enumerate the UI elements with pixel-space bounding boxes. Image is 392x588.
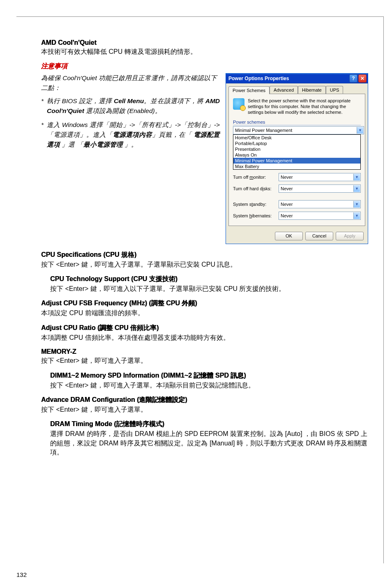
tab-power-schemes[interactable]: Power Schemes <box>228 86 270 94</box>
power-icon <box>233 98 244 110</box>
combo-system-hibernates[interactable]: Never▼ <box>279 212 361 220</box>
tab-ups[interactable]: UPS <box>326 86 344 94</box>
combo-turn-off-monitor-value: Never <box>281 175 293 180</box>
combo-turn-off-hard-disks-value: Never <box>281 186 293 191</box>
combo-system-hibernates-value: Never <box>281 213 293 218</box>
combo-turn-off-hard-disks[interactable]: Never▼ <box>279 184 361 193</box>
combo-system-standby[interactable]: Never▼ <box>279 200 361 208</box>
combo-turn-off-monitor[interactable]: Never▼ <box>279 173 361 181</box>
page-border <box>16 16 384 563</box>
chevron-down-icon[interactable]: ▼ <box>353 201 360 208</box>
scheme-combo[interactable]: Minimal Power Management ▼ <box>233 126 364 134</box>
scheme-combo-value: Minimal Power Management <box>235 128 292 133</box>
chevron-down-icon[interactable]: ▼ <box>353 185 360 192</box>
tab-advanced[interactable]: Advanced <box>270 86 298 94</box>
tab-hibernate[interactable]: Hibernate <box>298 86 326 94</box>
combo-system-standby-value: Never <box>281 202 293 207</box>
page-number: 132 <box>16 571 27 578</box>
chevron-down-icon[interactable]: ▼ <box>353 174 360 180</box>
chevron-down-icon[interactable]: ▼ <box>357 127 363 134</box>
chevron-down-icon[interactable]: ▼ <box>353 212 360 219</box>
